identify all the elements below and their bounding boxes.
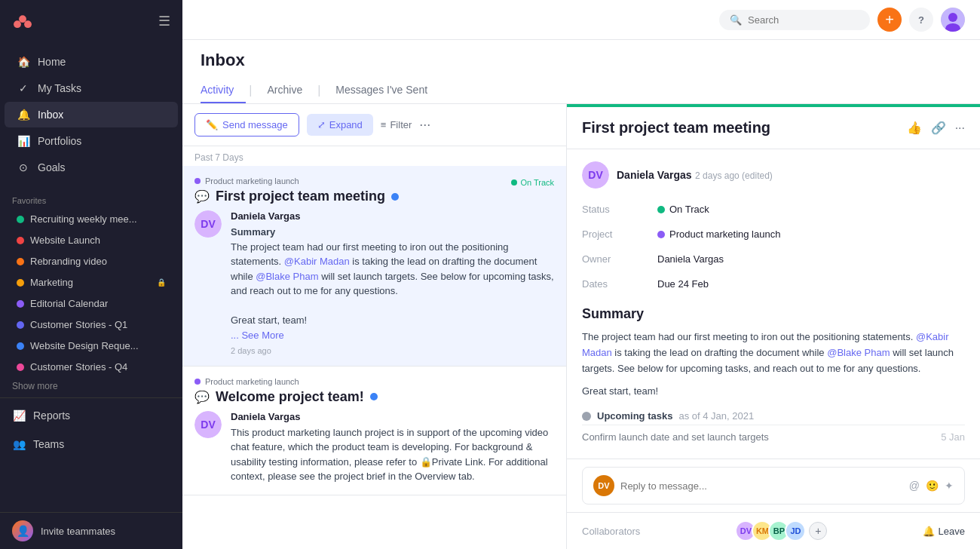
user-avatar[interactable] bbox=[941, 8, 965, 32]
sidebar-item-reports[interactable]: 📈 Reports bbox=[0, 401, 182, 430]
mention-blake: @Blake Pham bbox=[256, 271, 318, 282]
task-date: 5 Jan bbox=[941, 431, 965, 443]
project-label: Project bbox=[582, 225, 657, 243]
sidebar-item-inbox[interactable]: 🔔 Inbox bbox=[5, 102, 178, 127]
expand-icon: ⤢ bbox=[317, 119, 326, 130]
inbox-title: Inbox bbox=[201, 51, 962, 70]
invite-label: Invite teammates bbox=[41, 526, 115, 537]
link-button[interactable]: 🔗 bbox=[931, 121, 946, 135]
message-card-1[interactable]: Product marketing launch On Track 💬 Firs… bbox=[182, 166, 566, 367]
message-card-2[interactable]: Product marketing launch 💬 Welcome proje… bbox=[182, 367, 566, 495]
star-icon[interactable]: ✦ bbox=[945, 480, 954, 492]
inbox-header: Inbox Activity | Archive | Messages I've… bbox=[182, 40, 980, 104]
dates-value: Due 24 Feb bbox=[657, 275, 965, 293]
fav-label: Website Design Reque... bbox=[30, 340, 139, 351]
at-icon[interactable]: @ bbox=[909, 480, 920, 492]
msg-sender: Daniela Vargas bbox=[231, 210, 554, 222]
fav-item-customer-stories-q4[interactable]: Customer Stories - Q4 bbox=[5, 357, 178, 377]
tab-archive[interactable]: Archive bbox=[256, 78, 315, 103]
msg-text-2: This product marketing launch project is… bbox=[231, 425, 554, 484]
tab-messages-sent[interactable]: Messages I've Sent bbox=[323, 78, 439, 103]
unread-dot-2 bbox=[370, 393, 378, 400]
sidebar-item-home[interactable]: 🏠 Home bbox=[5, 49, 178, 75]
sidebar-item-my-tasks[interactable]: ✓ My Tasks bbox=[5, 75, 178, 101]
fav-item-website-design[interactable]: Website Design Reque... bbox=[5, 336, 178, 356]
fav-item-rebranding[interactable]: Rebranding video bbox=[5, 251, 178, 271]
hamburger-icon[interactable]: ☰ bbox=[158, 13, 170, 29]
svg-point-0 bbox=[19, 15, 26, 23]
fav-item-recruiting[interactable]: Recruiting weekly mee... bbox=[5, 209, 178, 229]
see-more[interactable]: ... See More bbox=[231, 328, 554, 342]
dates-label: Dates bbox=[582, 275, 657, 293]
sidebar-item-label: Goals bbox=[38, 161, 66, 173]
detail-collaborators: Collaborators DV KM BP JD + 🔔 Leave bbox=[567, 512, 980, 549]
more-button[interactable]: ··· bbox=[955, 121, 965, 135]
project-value: Product marketing launch bbox=[657, 225, 965, 243]
goals-icon: ⊙ bbox=[17, 161, 30, 174]
send-message-button[interactable]: ✏️ Send message bbox=[194, 113, 299, 136]
reply-actions: @ 🙂 ✦ bbox=[909, 480, 954, 492]
msg-project-tag: Product marketing launch bbox=[194, 176, 299, 186]
poster-name: Daniela Vargas bbox=[617, 169, 692, 181]
add-button[interactable]: + bbox=[877, 8, 902, 32]
search-bar[interactable]: 🔍 bbox=[719, 10, 870, 30]
like-button[interactable]: 👍 bbox=[907, 121, 922, 135]
expand-button[interactable]: ⤢ Expand bbox=[307, 114, 373, 136]
help-button[interactable]: ? bbox=[909, 8, 933, 32]
sidebar-item-label: Inbox bbox=[38, 109, 63, 121]
msg-body-2: DV Daniela Vargas This product marketing… bbox=[194, 411, 554, 484]
fav-item-customer-stories-q1[interactable]: Customer Stories - Q1 bbox=[5, 314, 178, 335]
msg-content-2: Daniela Vargas This product marketing la… bbox=[231, 411, 554, 484]
upcoming-date: as of 4 Jan, 2021 bbox=[678, 410, 754, 422]
unread-dot bbox=[391, 193, 399, 201]
msg-sender-2: Daniela Vargas bbox=[231, 411, 554, 422]
avatar-placeholder: DV bbox=[194, 210, 222, 238]
project-dot bbox=[194, 178, 201, 184]
asana-logo bbox=[12, 11, 33, 32]
msg-title-row-2: 💬 Welcome project team! bbox=[194, 389, 554, 405]
filter-button[interactable]: ≡ Filter bbox=[381, 119, 412, 130]
sidebar-item-goals[interactable]: ⊙ Goals bbox=[5, 155, 178, 180]
sidebar-item-portfolios[interactable]: 📊 Portfolios bbox=[5, 128, 178, 154]
fav-item-marketing[interactable]: Marketing 🔒 bbox=[5, 272, 178, 293]
show-more[interactable]: Show more bbox=[0, 378, 182, 394]
sidebar: ☰ 🏠 Home ✓ My Tasks 🔔 Inbox 📊 Portfolios… bbox=[0, 0, 182, 549]
main-area: 🔍 + ? Inbox Activity | Archive | Message… bbox=[182, 0, 980, 549]
sidebar-item-teams[interactable]: 👥 Teams bbox=[0, 430, 182, 459]
search-input[interactable] bbox=[748, 14, 859, 26]
project-dot-2 bbox=[194, 379, 201, 385]
project-name-2: Product marketing launch bbox=[205, 377, 299, 386]
reply-box[interactable]: DV @ 🙂 ✦ bbox=[582, 467, 965, 505]
add-collaborator-button[interactable]: + bbox=[809, 522, 827, 540]
mention-blake-detail: @Blake Pham bbox=[827, 347, 890, 358]
fav-label: Customer Stories - Q4 bbox=[30, 361, 127, 373]
sidebar-item-label: My Tasks bbox=[38, 82, 81, 94]
messages-list: ✏️ Send message ⤢ Expand ≡ Filter ··· Pa… bbox=[182, 104, 567, 549]
reply-avatar: DV bbox=[593, 475, 614, 496]
detail-title: First project team meeting bbox=[582, 119, 770, 136]
reports-icon: 📈 bbox=[12, 409, 26, 422]
more-options-button[interactable]: ··· bbox=[419, 117, 430, 133]
fav-dot bbox=[17, 363, 24, 371]
detail-content: DV Daniela Vargas 2 days ago (edited) St… bbox=[567, 149, 980, 459]
fav-dot bbox=[17, 321, 24, 329]
emoji-icon[interactable]: 🙂 bbox=[926, 480, 939, 492]
fav-item-website-launch[interactable]: Website Launch bbox=[5, 230, 178, 250]
sender-avatar-2: DV bbox=[194, 411, 222, 438]
detail-meta: Status On Track Project Product marketin… bbox=[582, 201, 965, 293]
teams-label: Teams bbox=[33, 438, 64, 450]
tab-activity[interactable]: Activity bbox=[201, 78, 246, 103]
fav-item-editorial[interactable]: Editorial Calendar bbox=[5, 293, 178, 314]
avatar-placeholder-2: DV bbox=[194, 411, 222, 438]
comment-icon-2: 💬 bbox=[194, 390, 210, 404]
msg-header-row: Product marketing launch On Track bbox=[194, 176, 554, 189]
leave-button[interactable]: 🔔 Leave bbox=[923, 526, 965, 537]
sidebar-nav: 🏠 Home ✓ My Tasks 🔔 Inbox 📊 Portfolios ⊙… bbox=[0, 42, 182, 187]
msg-text: Summary The project team had our first m… bbox=[231, 225, 554, 328]
invite-teammates[interactable]: 👤 Invite teammates bbox=[0, 512, 182, 549]
reply-input[interactable] bbox=[620, 480, 903, 492]
msg-body: DV Daniela Vargas Summary The project te… bbox=[194, 210, 554, 355]
detail-panel: First project team meeting 👍 🔗 ··· DV Da… bbox=[567, 104, 980, 549]
msg-title-2: Welcome project team! bbox=[216, 389, 364, 405]
status-value: On Track bbox=[657, 201, 965, 218]
